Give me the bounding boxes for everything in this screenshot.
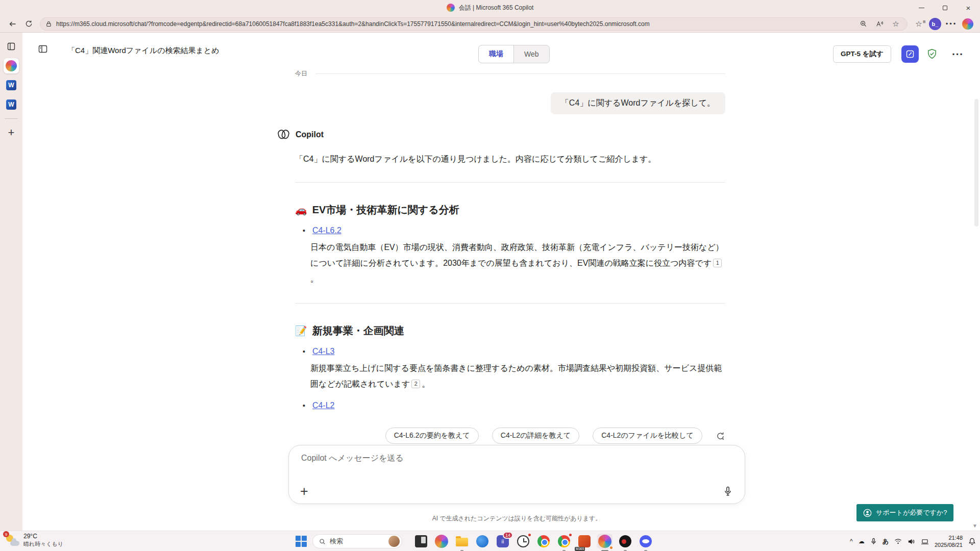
section-title: EV市場・技術革新に関する分析 [312,203,459,217]
weather-icon: 9 [5,533,19,547]
message-composer[interactable]: + [288,445,745,504]
tray-time: 21:48 [935,534,963,541]
shield-check-icon [927,48,937,60]
browser-profile-button[interactable]: b_ [927,17,943,31]
edge-sidebar: W W + [0,33,22,531]
favorite-star-button[interactable]: ☆ [890,19,902,29]
new-chat-button[interactable] [901,45,919,63]
taskbar-app-copilot[interactable] [434,534,449,549]
message-input[interactable] [301,454,732,463]
file-link[interactable]: C4-L6.2 [312,226,341,235]
protection-button[interactable] [927,48,937,60]
volume-icon[interactable] [908,538,915,545]
battery-icon[interactable] [921,538,929,545]
voice-input-button[interactable] [723,486,732,497]
search-icon [319,538,326,545]
citation-badge[interactable]: 2 [411,380,420,388]
taskbar-app-dark-circle[interactable] [618,534,633,549]
notification-dot [568,533,573,537]
edge-copilot-button[interactable] [960,17,976,31]
taskbar-app-chrome-profile[interactable] [556,534,572,549]
back-icon [8,20,17,28]
notification-dot [527,533,532,537]
user-message: 「C4」に関するWordファイルを探して。 [551,92,725,114]
taskbar-app-teams[interactable]: ii14 [495,534,510,549]
support-person-icon [863,509,872,517]
taskbar-app-discord[interactable] [638,534,653,549]
taskbar-search[interactable]: 検索 [312,534,402,548]
photos-icon [415,535,427,547]
back-button[interactable] [4,17,20,31]
sidebar-copilot-button[interactable] [4,58,19,73]
onedrive-icon[interactable]: ☁ [859,538,865,545]
suggestion-chip[interactable]: C4-L2の詳細を教えて [492,428,579,444]
scope-toggle: 職場 Web [478,45,550,63]
conversation-sidebar-toggle[interactable] [38,44,48,54]
file-link[interactable]: C4-L2 [312,401,335,410]
tab-work[interactable]: 職場 [479,45,514,63]
favorites-list-button[interactable]: ☆ [911,17,927,31]
regenerate-suggestions-button[interactable] [716,431,725,441]
discord-icon [640,535,652,547]
chat-thread: 今日 「C4」に関するWordファイルを探して。 Copilot 「C4」に関す… [295,69,725,444]
address-bar[interactable]: https://m365.cloud.microsoft/chat/?fromc… [40,17,908,31]
tray-microphone-icon[interactable] [870,538,877,545]
assistant-intro: 「C4」に関するWordファイルを以下の通り見つけました。内容に応じて分類してご… [295,153,725,166]
system-tray: ^ ☁ あ 21:48 2025/08/21 [850,531,976,551]
section-divider [295,303,725,304]
wifi-icon[interactable] [894,538,902,544]
file-link[interactable]: C4-L3 [312,347,335,356]
taskbar-app-file-explorer[interactable] [454,534,470,549]
folder-icon [456,538,468,546]
file-description: 日本の電気自動車（EV）市場の現状、消費者動向、政府政策、技術革新（充電インフラ… [295,239,725,287]
taskbar-app-clock[interactable] [516,534,531,549]
close-button[interactable]: × [957,0,980,15]
sidebar-divider [5,118,18,119]
assistant-name: Copilot [296,130,324,139]
zoom-button[interactable] [857,20,869,28]
citation-badge[interactable]: 1 [713,259,722,267]
close-icon: × [966,4,971,12]
taskbar-app-m365[interactable]: M365 [577,534,592,549]
read-aloud-button[interactable] [873,20,886,28]
start-button[interactable] [295,535,307,547]
tabs-icon [7,42,16,51]
maximize-button[interactable] [933,0,957,15]
refresh-button[interactable] [20,17,37,31]
sidebar-add-button[interactable]: + [4,125,19,140]
weather-temperature: 29°C [23,533,63,540]
chat-more-button[interactable]: ••• [949,45,967,63]
teams-badge: 14 [503,532,513,539]
suggestion-chip[interactable]: C4-L6.2の要約を教えて [385,428,479,444]
sidebar-tabs-button[interactable] [4,39,19,54]
taskbar-app-photos[interactable] [413,534,429,549]
sidebar-word-doc-1[interactable]: W [4,78,19,93]
try-gpt5-button[interactable]: GPT-5 を試す [833,45,891,63]
minimize-icon [919,8,924,8]
url-text[interactable]: https://m365.cloud.microsoft/chat/?fromc… [56,20,853,28]
taskbar-app-chrome[interactable] [536,534,551,549]
notification-bell-icon[interactable] [968,537,976,545]
browser-titlebar: 会話 | Microsoft 365 Copilot × [0,0,980,15]
favorites-list-icon: ☆ [915,19,922,29]
word-icon: W [6,80,16,90]
section-title: 新規事業・企画関連 [312,324,404,338]
tray-clock[interactable]: 21:48 2025/08/21 [935,534,963,548]
taskbar-app-edge[interactable] [475,534,490,549]
suggestion-chip[interactable]: C4-L2のファイルを比較して [593,428,702,444]
tray-expand-button[interactable]: ^ [850,538,853,545]
weather-widget[interactable]: 9 29°C 晴れ時々くもり [5,533,63,548]
browser-settings-button[interactable]: ••• [943,17,960,31]
tab-web[interactable]: Web [514,45,549,63]
refresh-icon [25,20,33,28]
taskbar-app-m365-copilot-active[interactable] [597,534,612,549]
attach-button[interactable]: + [300,485,308,498]
search-highlight-avatar [388,536,400,547]
minimize-button[interactable] [910,0,933,15]
alarm-icon [517,535,529,547]
ime-indicator[interactable]: あ [883,537,889,546]
support-button[interactable]: サポートが必要ですか? [856,504,953,521]
scrollbar-thumb[interactable] [974,99,978,227]
sidebar-word-doc-2[interactable]: W [4,97,19,112]
scrollbar-down-arrow[interactable]: ▼ [972,523,977,529]
